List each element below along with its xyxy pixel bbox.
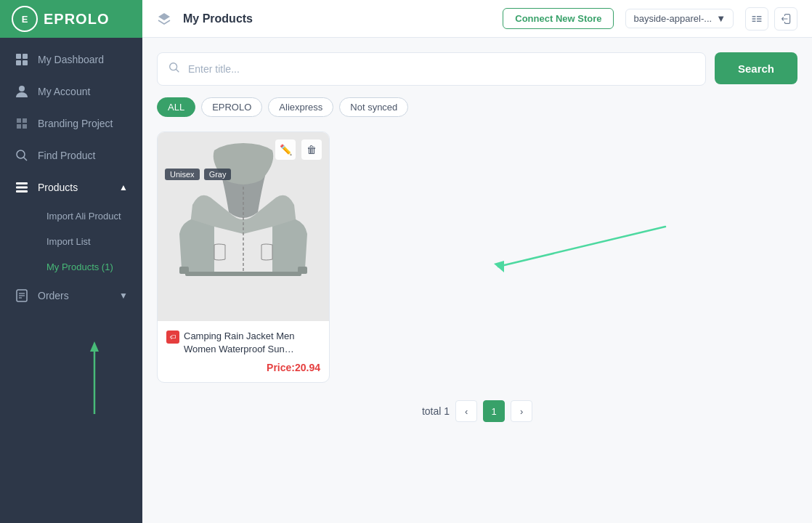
svg-rect-3 — [23, 60, 28, 65]
find-icon — [15, 148, 29, 163]
product-card: ✏️ 🗑 Unisex Gray — [157, 131, 330, 383]
topbar-title: My Products — [183, 12, 491, 25]
main-content: My Products Connect New Store bayside-ap… — [142, 0, 812, 523]
sidebar-item-products-label: Products — [38, 182, 78, 193]
sidebar: E EPROLO My Dashboard My Account Brandin… — [0, 0, 142, 523]
branding-icon — [15, 116, 29, 131]
search-input[interactable] — [188, 53, 695, 85]
delete-button[interactable]: 🗑 — [301, 139, 322, 160]
svg-point-22 — [170, 63, 177, 70]
search-icon — [168, 61, 181, 77]
connect-new-store-button[interactable]: Connect New Store — [503, 8, 614, 29]
sidebar-logo: E EPROLO — [0, 0, 142, 38]
tag-gray: Gray — [204, 169, 232, 180]
orders-icon — [15, 288, 29, 303]
sidebar-navigation: My Dashboard My Account Branding Project… — [0, 38, 142, 523]
pagination-prev-button[interactable]: ‹ — [455, 400, 477, 422]
sidebar-item-import-list[interactable]: Import List — [0, 229, 142, 254]
logo-text: EPROLO — [44, 11, 109, 28]
topbar-grid-button[interactable] — [745, 7, 768, 31]
tag-unisex: Unisex — [165, 169, 200, 180]
svg-rect-0 — [16, 54, 21, 59]
dashboard-icon — [15, 52, 29, 67]
sidebar-item-account-label: My Account — [38, 86, 90, 97]
filter-tab-eprolo[interactable]: EPROLO — [201, 97, 262, 117]
sidebar-item-branding[interactable]: Branding Project — [0, 108, 142, 139]
filter-tab-not-synced[interactable]: Not synced — [339, 97, 408, 117]
topbar: My Products Connect New Store bayside-ap… — [142, 0, 812, 38]
sidebar-item-import-ali-label: Import Ali Product — [46, 211, 121, 222]
topbar-actions — [745, 7, 797, 31]
sidebar-item-branding-label: Branding Project — [38, 118, 113, 129]
jacket-illustration — [178, 139, 309, 314]
svg-point-5 — [17, 150, 25, 158]
svg-line-23 — [176, 69, 179, 72]
filter-tab-all[interactable]: ALL — [157, 97, 195, 117]
topbar-layers-icon — [157, 12, 171, 26]
store-selector[interactable]: bayside-apparel-... ▼ — [625, 9, 734, 28]
sidebar-item-products[interactable]: Products ▲ — [0, 171, 142, 203]
sidebar-item-import-ali[interactable]: Import Ali Product — [0, 203, 142, 229]
svg-rect-2 — [16, 60, 21, 65]
product-name: 🏷 Camping Rain Jacket Men Women Waterpro… — [166, 330, 320, 356]
filter-tab-aliexpress[interactable]: Aliexpress — [268, 97, 333, 117]
product-card-actions: ✏️ 🗑 — [275, 139, 322, 160]
sidebar-item-account[interactable]: My Account — [0, 76, 142, 108]
orders-chevron-icon: ▼ — [119, 291, 128, 301]
product-platform-badge: 🏷 — [166, 331, 179, 344]
svg-point-4 — [19, 86, 25, 92]
svg-rect-1 — [23, 54, 28, 59]
search-input-wrapper — [157, 52, 706, 86]
store-selector-chevron-icon: ▼ — [716, 13, 726, 24]
account-icon — [15, 84, 29, 99]
filter-tabs: ALL EPROLO Aliexpress Not synced — [157, 97, 797, 117]
products-icon — [15, 180, 29, 195]
svg-rect-27 — [185, 272, 301, 276]
svg-rect-9 — [16, 190, 28, 192]
logo-circle-text: E — [22, 14, 28, 25]
product-card-body: 🏷 Camping Rain Jacket Men Women Waterpro… — [158, 321, 329, 382]
sidebar-item-import-list-label: Import List — [46, 236, 91, 247]
sidebar-item-dashboard[interactable]: My Dashboard — [0, 44, 142, 76]
edit-button[interactable]: ✏️ — [275, 139, 296, 160]
product-grid: ✏️ 🗑 Unisex Gray — [157, 131, 797, 383]
search-bar: Search — [157, 52, 797, 86]
pagination-page-1-button[interactable]: 1 — [483, 400, 505, 422]
content-area: Search ALL EPROLO Aliexpress Not synced … — [142, 38, 812, 523]
logo-circle: E — [12, 6, 38, 32]
svg-line-6 — [24, 158, 28, 161]
svg-rect-8 — [16, 187, 28, 189]
pagination-total: total 1 — [422, 405, 450, 417]
product-tags: Unisex Gray — [165, 169, 231, 180]
store-name: bayside-apparel-... — [633, 13, 712, 24]
pagination: total 1 ‹ 1 › — [157, 400, 797, 422]
product-title: Camping Rain Jacket Men Women Waterproof… — [184, 330, 320, 356]
sidebar-item-dashboard-label: My Dashboard — [38, 54, 104, 65]
pagination-next-button[interactable]: › — [511, 400, 532, 422]
product-image[interactable] — [158, 132, 329, 321]
sidebar-item-find-label: Find Product — [38, 150, 95, 161]
sidebar-item-my-products[interactable]: My Products (1) — [0, 254, 142, 280]
sidebar-item-orders-label: Orders — [38, 290, 69, 301]
products-chevron-icon: ▲ — [119, 182, 128, 192]
product-price: Price:20.94 — [166, 362, 320, 373]
sidebar-item-my-products-label: My Products (1) — [46, 262, 113, 272]
topbar-logout-button[interactable] — [774, 7, 797, 31]
search-button[interactable]: Search — [715, 52, 797, 84]
sidebar-item-find-product[interactable]: Find Product — [0, 139, 142, 171]
sidebar-item-orders[interactable]: Orders ▼ — [0, 280, 142, 312]
svg-rect-7 — [16, 182, 28, 185]
